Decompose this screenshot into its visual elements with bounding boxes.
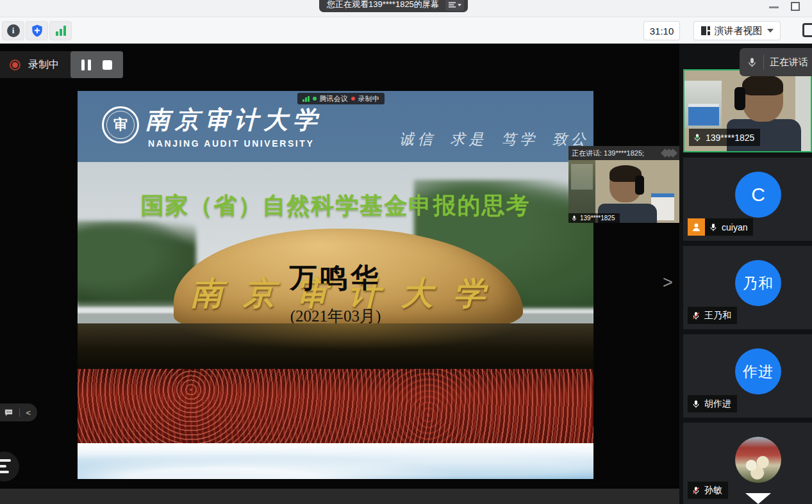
fullscreen-icon[interactable] bbox=[802, 23, 812, 37]
participants-sidebar: 正在讲话 139****1825 C cuiyan bbox=[679, 44, 812, 504]
university-name-cn: 南京审计大学 bbox=[145, 104, 322, 136]
overlay-watermark-icon bbox=[665, 150, 676, 156]
participant-name-tag: cuiyan bbox=[705, 218, 753, 236]
host-badge-icon bbox=[688, 218, 705, 236]
participant-tile-139-1825[interactable]: 139****1825 bbox=[683, 69, 812, 152]
bottom-bar bbox=[0, 489, 679, 504]
recording-controls bbox=[70, 51, 123, 78]
list-line bbox=[0, 471, 9, 473]
meeting-info-button[interactable]: i bbox=[2, 21, 24, 40]
mic-icon bbox=[747, 57, 758, 68]
recording-label: 录制中 bbox=[28, 58, 59, 72]
view-mode-label: 演讲者视图 bbox=[715, 25, 763, 37]
shared-screen-area: 录制中 审 南京审计大学 NANJING AUDIT UNIVERSITY 诚信… bbox=[0, 44, 679, 504]
headphone-earcup bbox=[734, 87, 745, 110]
recording-dot-icon bbox=[10, 60, 21, 70]
online-dot-icon bbox=[313, 97, 317, 101]
recording-bar: 录制中 bbox=[0, 51, 123, 78]
speaker-view-icon bbox=[701, 26, 710, 35]
divider bbox=[19, 409, 20, 417]
avatar: C bbox=[735, 172, 781, 218]
participant-tile-huzuojin[interactable]: 作进 胡作进 bbox=[683, 334, 812, 418]
mic-icon bbox=[571, 215, 577, 222]
viewing-banner[interactable]: 您正在观看139****1825的屏幕 bbox=[319, 0, 468, 12]
meeting-toolbar: i 31:10 演讲者视图 bbox=[0, 17, 812, 44]
participant-name-tag: 王乃和 bbox=[688, 307, 737, 324]
participant-head bbox=[742, 76, 783, 122]
pause-recording-button[interactable] bbox=[81, 60, 91, 70]
list-lines-icon bbox=[448, 1, 456, 9]
speaker-video-feed: 139****1825 bbox=[568, 160, 679, 223]
speaker-thumbnail-overlay[interactable]: 正在讲话: 139****1825; 139****1825 bbox=[568, 146, 679, 223]
person-icon bbox=[691, 222, 702, 232]
participant-name: 孙敏 bbox=[704, 485, 722, 496]
slide-title: 国家（省）自然科学基金申报的思考 bbox=[78, 190, 593, 222]
view-mode-selector[interactable]: 演讲者视图 bbox=[693, 21, 781, 40]
participant-tile-wangnaihe[interactable]: 乃和 王乃和 bbox=[683, 246, 812, 329]
participant-name-tag: 孙敏 bbox=[688, 482, 728, 499]
chevron-down-icon bbox=[767, 29, 774, 33]
speaking-now-banner: 正在讲话 bbox=[740, 48, 812, 76]
university-seal-logo: 审 bbox=[102, 106, 139, 143]
collapse-panel-chevron[interactable]: > bbox=[663, 274, 673, 291]
avatar: 乃和 bbox=[735, 260, 781, 306]
university-name-en: NANJING AUDIT UNIVERSITY bbox=[148, 138, 314, 149]
agenda-button[interactable] bbox=[0, 451, 19, 482]
signal-bars-icon bbox=[56, 26, 66, 36]
scroll-down-indicator[interactable] bbox=[745, 493, 771, 504]
recording-dot-icon bbox=[351, 97, 355, 101]
participant-tile-sunmin[interactable]: 孙敏 bbox=[683, 423, 812, 504]
participant-tile-cuiyan[interactable]: C cuiyan bbox=[683, 158, 812, 241]
presentation-slide: 审 南京审计大学 NANJING AUDIT UNIVERSITY 诚信 求是 … bbox=[78, 91, 593, 479]
window-titlebar: 您正在观看139****1825的屏幕 bbox=[0, 0, 812, 17]
mic-muted-icon bbox=[692, 486, 700, 495]
security-button[interactable] bbox=[26, 21, 48, 40]
maximize-button[interactable] bbox=[791, 2, 800, 11]
banner-menu-icon[interactable] bbox=[445, 0, 464, 11]
participant-name: cuiyan bbox=[722, 222, 747, 232]
participant-name: 139****1825 bbox=[706, 133, 754, 143]
background-printer bbox=[688, 104, 719, 126]
badge-recording-status: 录制中 bbox=[358, 94, 379, 104]
info-icon: i bbox=[7, 24, 20, 37]
list-line bbox=[0, 465, 6, 467]
slide-photo: 国家（省）自然科学基金申报的思考 南京审计大学 万鸣华 (2021年03月) bbox=[78, 162, 593, 479]
participant-name-tag: 胡作进 bbox=[688, 395, 737, 412]
chevron-down-icon bbox=[458, 4, 461, 6]
mic-muted-icon bbox=[692, 311, 700, 320]
divider bbox=[763, 54, 764, 70]
participant-name: 王乃和 bbox=[704, 310, 731, 321]
speaking-banner-text: 正在讲话 bbox=[770, 56, 808, 69]
mic-icon bbox=[709, 223, 718, 232]
seal-character: 审 bbox=[113, 115, 128, 134]
collapse-left-chevron[interactable]: < bbox=[26, 408, 31, 418]
speaking-now-text: 正在讲话: 139****1825; bbox=[572, 149, 644, 158]
speaker-name-label: 139****1825 bbox=[580, 215, 615, 222]
meeting-timer: 31:10 bbox=[643, 21, 680, 40]
avatar-photo bbox=[735, 437, 781, 483]
participant-name: 胡作进 bbox=[704, 398, 731, 410]
mic-speaking-icon bbox=[693, 133, 702, 142]
participant-name-tag: 139****1825 bbox=[689, 129, 760, 146]
meeting-recording-badge: 腾讯会议 录制中 bbox=[297, 93, 385, 104]
speaker-overlay-titlebar: 正在讲话: 139****1825; bbox=[568, 146, 679, 160]
network-status-button[interactable] bbox=[49, 21, 72, 40]
university-motto: 诚信 求是 笃学 致公 bbox=[399, 129, 590, 149]
minimize-button[interactable] bbox=[769, 6, 779, 8]
wave-footer bbox=[78, 443, 593, 479]
viewing-banner-text: 您正在观看139****1825的屏幕 bbox=[327, 0, 439, 10]
list-line bbox=[0, 459, 11, 462]
chat-bubble-icon[interactable] bbox=[4, 408, 13, 418]
reaction-toolbar: < bbox=[0, 403, 37, 421]
shield-plus-icon bbox=[30, 24, 44, 38]
stop-recording-button[interactable] bbox=[103, 60, 112, 70]
timer-value: 31:10 bbox=[650, 26, 674, 37]
mic-icon bbox=[692, 400, 700, 409]
speaker-name-tag: 139****1825 bbox=[568, 213, 620, 223]
signal-bars-icon bbox=[302, 96, 310, 102]
water-band bbox=[78, 323, 593, 370]
slide-author: 万鸣华 bbox=[78, 259, 593, 297]
headphone-earcup bbox=[635, 175, 644, 195]
flower-field bbox=[78, 369, 593, 443]
avatar: 作进 bbox=[735, 348, 781, 394]
